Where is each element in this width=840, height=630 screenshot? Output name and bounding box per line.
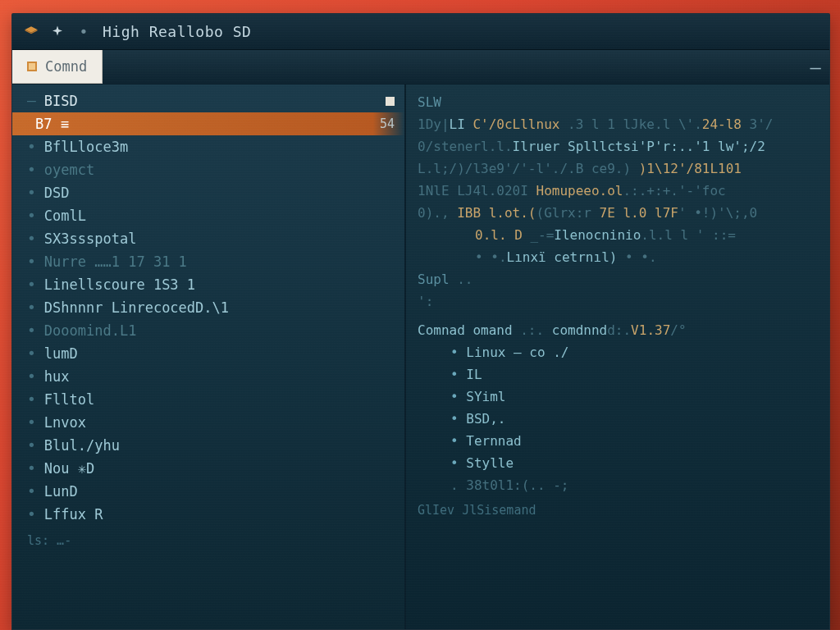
bullet-icon: • [27, 484, 36, 499]
list-item[interactable]: •Lnvox [12, 411, 404, 434]
list-item-label: Linellscoure 1S3 1 [44, 273, 195, 296]
left-pane[interactable]: –BISDB7 ≡54•BflLloce3m•oyemct•DSD•ComlL•… [12, 84, 406, 629]
list-item-label: Blul./yhu [44, 434, 120, 457]
output-line: . 38t0l1:(.. -; [418, 474, 821, 496]
list-item-label: BflLloce3m [44, 135, 128, 158]
token: .:.+:+.'-'foc [623, 183, 725, 199]
bullet-icon: • [27, 162, 36, 177]
bullet-icon: • [27, 507, 36, 522]
list-item[interactable]: •Blul./yhu [12, 434, 404, 457]
list-item[interactable]: •lumD [12, 342, 404, 365]
token: .3 l 1 lJke.l \'. [568, 116, 702, 132]
token: 1Dy| [418, 116, 450, 132]
sparkle-icon[interactable] [50, 25, 65, 39]
token: 0)., [418, 205, 457, 221]
tabstrip: Comnd – [12, 50, 829, 84]
output-line: Comnad omand .:. comdnndd:.V1.37/° [418, 319, 821, 341]
bullet-icon: • [27, 254, 36, 269]
list-item[interactable]: •LunD [12, 480, 404, 503]
token: 0.l. D [475, 227, 523, 243]
list-item-label: ComlL [44, 204, 86, 227]
output-line: ': [418, 290, 821, 313]
list-item[interactable]: •Dooomind.L1 [12, 319, 404, 342]
list-item[interactable]: •DShnnnr LinrecocedD.\1 [12, 296, 404, 319]
window-title: High Reallobo SD [103, 23, 251, 40]
bullet-icon: • [27, 139, 36, 154]
list-item[interactable]: •hux [12, 365, 404, 388]
bullet-icon: • [450, 345, 466, 360]
token: .. [450, 272, 473, 287]
token: .l.l l ' ::= [641, 227, 736, 243]
bullet-icon: • [27, 300, 36, 315]
minimize-button[interactable]: – [801, 50, 829, 84]
list-item-label: Flltol [44, 388, 94, 411]
token: comdnnd [552, 322, 607, 338]
tab-command[interactable]: Comnd [12, 50, 103, 84]
bullet-icon: • [450, 367, 466, 382]
list-item[interactable]: •SX3ssspotal [12, 227, 404, 250]
output-line: • Ternnad [418, 430, 821, 452]
list-item[interactable]: •DSD [12, 181, 404, 204]
output-line: Supl .. [418, 268, 821, 290]
list-item[interactable]: •Nurre ……1 17 31 1 [12, 250, 404, 273]
layers-icon[interactable] [24, 25, 39, 39]
right-pane[interactable]: SLW1Dy|LI C'/0cLllnux .3 l 1 lJke.l \'.2… [406, 84, 829, 629]
left-footer: ls: …- [12, 529, 404, 552]
list-item-label: Lffux R [44, 503, 103, 526]
terminal-icon [27, 62, 37, 71]
token: LI [450, 116, 473, 132]
list-item-label: DSD [44, 181, 70, 204]
token: .:. [513, 322, 552, 338]
token: Comnad omand [418, 322, 513, 338]
token: BSD,. [466, 411, 505, 427]
token: SYiml [466, 389, 505, 404]
token: Lınxï cetrnıl) [507, 249, 618, 265]
bullet-icon: • [450, 389, 466, 404]
list-item-meta: 54 [380, 112, 395, 135]
bullet-icon: – [27, 94, 36, 108]
list-item[interactable]: •Flltol [12, 388, 404, 411]
bullet-icon: • [27, 369, 36, 384]
bullet-icon: • [27, 277, 36, 292]
list-item-label: Nou ✳D [44, 457, 94, 480]
token: IL [466, 367, 482, 382]
token: IBB l.ot.( [457, 205, 536, 221]
list-item[interactable]: B7 ≡54 [12, 112, 404, 135]
token: Supl [418, 272, 450, 287]
dot-icon: • [76, 25, 91, 39]
output-line: 0/stenerl.l.Ilruer Splllctsi'P'r:..'1 lw… [418, 135, 821, 158]
bullet-icon: • [27, 231, 36, 246]
list-item[interactable]: •Linellscoure 1S3 1 [12, 273, 404, 296]
bullet-icon: • [27, 323, 36, 338]
token: V1.37 [631, 322, 670, 338]
list-item[interactable]: •BflLloce3m [12, 135, 404, 158]
bullet-icon: • [27, 461, 36, 476]
list-item[interactable]: •Nou ✳D [12, 457, 404, 480]
output-line: • SYiml [418, 386, 821, 408]
output-line: • Linux – co ./ [418, 341, 821, 363]
token: • •. [475, 249, 507, 265]
list-item[interactable]: –BISD [12, 89, 404, 112]
token: d:. [607, 322, 631, 338]
bullet-icon: • [27, 185, 36, 200]
list-item-label: hux [44, 365, 70, 388]
titlebar: • High Reallobo SD [12, 14, 829, 50]
tabstrip-spacer [103, 50, 801, 84]
bullet-icon: • [27, 392, 36, 407]
chip-icon [386, 97, 395, 106]
list-item-label: lumD [44, 342, 78, 365]
bullet-icon: • [450, 433, 466, 449]
right-footer: GlIev JlSisemand [418, 500, 821, 522]
output-line: L.l;/)/l3e9'/'-l'./.B ce9.) )1\12'/81L10… [418, 158, 821, 180]
output-line: • IL [418, 363, 821, 386]
token: ' •!)'\;,0 [678, 205, 757, 221]
list-item[interactable]: •Lffux R [12, 503, 404, 526]
list-item[interactable]: •oyemct [12, 158, 404, 181]
token: _-= [523, 227, 555, 243]
list-item-label: BISD [44, 89, 78, 112]
list-item[interactable]: •ComlL [12, 204, 404, 227]
output-line: • Stylle [418, 452, 821, 474]
token: 3'/ [750, 116, 774, 132]
token: 0/stenerl.l. [418, 139, 513, 154]
tab-label: Comnd [45, 58, 87, 75]
